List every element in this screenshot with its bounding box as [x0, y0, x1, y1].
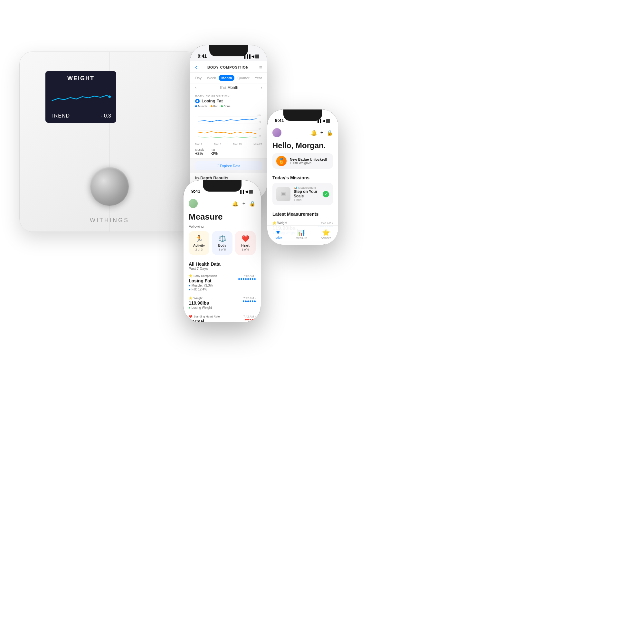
weight-status-dot: ● — [189, 306, 191, 309]
heart-sparkline — [245, 319, 256, 320]
legend-muscle: Muscle — [195, 105, 207, 108]
body-comp-detail2: ● Fat: 12.4% — [189, 288, 213, 291]
plus-icon[interactable]: + — [242, 201, 245, 206]
scale-display-bottom: TREND - 0.3 — [51, 113, 111, 119]
bc-prev-period[interactable]: ‹ — [195, 85, 196, 90]
svg-text:75: 75 — [259, 121, 261, 123]
morgan-plus-icon[interactable]: + — [320, 130, 323, 136]
missions-title: Today's Missions — [272, 175, 333, 180]
tab-today-label: Today — [274, 236, 282, 239]
mission-card[interactable]: 📊 Measurement Step on Your Scale 1 min ✓ — [272, 183, 333, 205]
bc-chart-labels: Mon 1 Mon 8 Mon 15 Mon 22 — [190, 143, 267, 147]
phone2-screen: 9:41 ▐▐ ◀ ⬛ 🔔 + 🔒 Measure Following 🏃 Ac… — [184, 180, 261, 322]
mission-type: 📊 Measurement — [294, 186, 319, 189]
weight-sparkline — [243, 300, 256, 302]
legend-fat: Fat — [211, 105, 218, 108]
weight-star-icon: ⭐ — [272, 221, 276, 225]
tab-year[interactable]: Year — [252, 75, 264, 81]
phone-morgan: 9:41 ▐▐ ◀ ⬛ 🔔 + 🔒 Hello, Morgan. 🏅 New B… — [267, 109, 338, 245]
badge-sub: 100th Weigh-in. — [290, 161, 327, 165]
tab-day[interactable]: Day — [193, 75, 204, 81]
bc-in-depth-title: In-Depth Results — [195, 175, 262, 180]
phone-measure: 9:41 ▐▐ ◀ ⬛ 🔔 + 🔒 Measure Following 🏃 Ac… — [184, 180, 261, 322]
badge-card: 🏅 New Badge Unlocked! 100th Weigh-in. — [272, 153, 333, 169]
bc-back-btn[interactable]: ‹ — [195, 64, 197, 71]
chart-label-4: Mon 22 — [253, 143, 262, 146]
measure-tab-icon: 📊 — [296, 229, 307, 236]
bc-menu-btn[interactable]: ≡ — [259, 64, 262, 70]
bc-tabs: Day Week Month Quarter Year — [190, 73, 267, 83]
measure-header-icons: 🔔 + 🔒 — [232, 201, 256, 207]
phone1-screen: 9:41 ▐▐▐ ◀ ⬛ ‹ BODY COMPOSITION ≡ Day We… — [190, 45, 267, 200]
today-icon: ♥ — [274, 229, 282, 236]
scale-knob — [90, 167, 129, 206]
phone1-status-icons: ▐▐▐ ◀ ⬛ — [243, 54, 260, 59]
activity-icon: 🏃 — [191, 235, 207, 242]
all-health-title: All Health Data — [189, 261, 256, 267]
scale-trend-value: - 0.3 — [101, 113, 111, 119]
health-item-weight[interactable]: ⭐ Weight 7:42 AM › 119.90lbs ● Losing We… — [184, 294, 261, 312]
badge-title: New Badge Unlocked! — [290, 157, 327, 161]
activity-progress: 2 of 3 — [191, 248, 207, 251]
tab-week[interactable]: Week — [204, 75, 219, 81]
body-comp-name: Losing Fat — [189, 278, 213, 283]
heart-card[interactable]: ❤️ Heart 1 of 6 — [235, 231, 256, 255]
svg-text:100: 100 — [257, 114, 261, 116]
achieve-icon: ⭐ — [321, 229, 331, 236]
latest-weight-type: ⭐ Weight — [272, 221, 287, 225]
scale: WEIGHT TREND - 0.3 WITHINGS — [19, 52, 200, 232]
health-item-time-3: 7:42 AM › — [243, 315, 256, 318]
bc-stat-muscle: Muscle +2% — [195, 148, 204, 156]
measure-avatar — [189, 199, 198, 208]
tab-achieve-label: Achieve — [321, 236, 331, 240]
measure-header: 🔔 + 🔒 — [184, 196, 261, 211]
scale-display: WEIGHT TREND - 0.3 — [45, 71, 116, 123]
heart-icon: ❤️ — [238, 235, 253, 242]
body-comp-detail1: ● Muscle: 73.3% — [189, 284, 213, 287]
body-comp-type-label: Body Composition — [194, 274, 217, 278]
tab-achieve[interactable]: ⭐ Achieve — [321, 229, 331, 240]
svg-point-1 — [196, 100, 198, 102]
following-label: Following — [184, 224, 261, 231]
bell-icon[interactable]: 🔔 — [232, 201, 239, 207]
body-icon: ⚖️ — [214, 235, 230, 242]
weight-status: ● Losing Weight — [189, 306, 212, 309]
tab-quarter[interactable]: Quarter — [235, 75, 252, 81]
scale-brand: WITHINGS — [90, 217, 129, 224]
mission-thumbnail — [276, 187, 290, 201]
chart-label-2: Mon 8 — [214, 143, 221, 146]
activity-card-name: Activity — [191, 244, 207, 247]
mission-type-icon: 📊 — [294, 186, 297, 189]
tab-today[interactable]: ♥ Today — [274, 229, 282, 239]
svg-text:50: 50 — [259, 128, 261, 130]
scale-trend-label: TREND — [51, 113, 70, 119]
tab-measure[interactable]: 📊 Measure — [296, 229, 307, 240]
body-card[interactable]: ⚖️ Body 3 of 5 — [212, 231, 232, 255]
health-item-heart[interactable]: ❤️ Standing Heart Rate 7:42 AM › Normal … — [184, 312, 261, 322]
morgan-lock-icon[interactable]: 🔒 — [327, 130, 333, 136]
tab-month[interactable]: Month — [219, 75, 234, 81]
health-item-type-3: ❤️ Standing Heart Rate — [189, 315, 220, 318]
phone1-status-bar: 9:41 ▐▐▐ ◀ ⬛ — [190, 45, 267, 61]
body-comp-sparkline — [238, 278, 256, 280]
scale-display-title: WEIGHT — [51, 75, 111, 82]
health-item-time-2: 7:42 AM › — [243, 297, 256, 300]
morgan-bell-icon[interactable]: 🔔 — [311, 130, 317, 136]
morgan-greeting: Hello, Morgan. — [267, 140, 338, 153]
mission-info: 📊 Measurement Step on Your Scale 1 min — [294, 186, 319, 202]
bc-explore-btn[interactable]: ⤴ Explore Data — [195, 161, 262, 170]
svg-text:25: 25 — [259, 135, 261, 137]
heart-rate-val: Normal — [189, 319, 204, 322]
bc-next-period[interactable]: › — [261, 85, 262, 90]
bc-status-row: Losing Fat — [195, 99, 262, 103]
bc-status-text: Losing Fat — [202, 99, 223, 103]
morgan-avatar — [272, 128, 281, 137]
body-card-name: Body — [214, 244, 230, 247]
badge-icon: 🏅 — [276, 156, 287, 166]
phone3-screen: 9:41 ▐▐ ◀ ⬛ 🔔 + 🔒 Hello, Morgan. 🏅 New B… — [267, 109, 338, 245]
lock-icon[interactable]: 🔒 — [249, 201, 256, 207]
mission-check: ✓ — [323, 191, 329, 197]
health-item-body-composition[interactable]: ⭐ Body Composition 7:42 AM › Losing Fat … — [184, 272, 261, 294]
body-comp-icon: ⭐ — [189, 274, 192, 278]
activity-card[interactable]: 🏃 Activity 2 of 3 — [189, 231, 209, 255]
